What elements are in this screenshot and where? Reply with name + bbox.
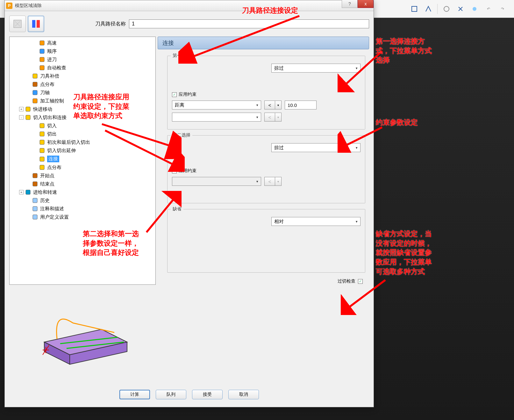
notes-icon: [32, 206, 38, 212]
calculate-button[interactable]: 计算: [119, 390, 150, 399]
pointdist2-icon: [39, 164, 45, 171]
tree-expander[interactable]: +: [19, 190, 24, 194]
tree-item-11[interactable]: 切出: [11, 130, 154, 138]
tree-expander[interactable]: -: [19, 115, 24, 120]
constraint-op-1-dropdown[interactable]: ▾: [275, 101, 282, 109]
preview-image: [9, 288, 156, 371]
toolbar-undo-icon[interactable]: ↶: [483, 4, 494, 14]
leadlink-icon: [25, 114, 31, 121]
constraint-value-1-input[interactable]: [285, 101, 317, 109]
toolbar-icon-3[interactable]: [441, 4, 452, 14]
tree-item-label: 切入切出和连接: [33, 115, 67, 121]
tree-expander: [26, 90, 31, 95]
tree-item-label: 连接: [47, 156, 59, 162]
tree-item-18[interactable]: +进给和转速: [11, 188, 154, 196]
machctrl-icon: [32, 98, 38, 104]
help-button[interactable]: ?: [342, 0, 358, 8]
tree-item-2[interactable]: 进刀: [11, 55, 154, 64]
svg-rect-5: [37, 20, 40, 28]
svg-rect-0: [412, 6, 417, 11]
footer-buttons: 计算 队列 接受 取消: [9, 387, 369, 404]
apply-constraint-2-label: 应用约束: [179, 168, 196, 174]
constraint-type-2-dropdown[interactable]: [172, 113, 261, 122]
tree-item-17[interactable]: 结束点: [11, 180, 154, 188]
toolbar-icon-5[interactable]: [469, 4, 480, 14]
tree-item-label: 切入: [47, 123, 57, 129]
cancel-button[interactable]: 取消: [228, 390, 259, 399]
tree-item-label: 快进移动: [33, 106, 52, 112]
annotation-left: 刀具路径连接应用 约束设定，下拉菜 单选取约束方式: [73, 92, 129, 121]
titlebar: P 模型区域清除 ? x: [5, 0, 374, 11]
tree-expander: [33, 66, 38, 70]
svg-rect-25: [33, 198, 37, 203]
first-choice-dropdown[interactable]: 掠过: [271, 64, 361, 73]
constraint-op-2-button: <: [264, 113, 275, 122]
tree-item-label: 切入切出延伸: [47, 148, 76, 154]
tree-item-5[interactable]: 点分布: [11, 80, 154, 88]
constraint-type-1-dropdown[interactable]: 距离: [172, 101, 261, 109]
tree-item-12[interactable]: 初次和最后切入切出: [11, 138, 154, 146]
tree-item-14[interactable]: 连接: [11, 155, 154, 163]
svg-rect-16: [40, 123, 44, 128]
gouge-check-checkbox[interactable]: ✓: [358, 279, 363, 284]
leadout-icon: [39, 131, 45, 137]
constraint-op-1-button[interactable]: <: [264, 101, 275, 109]
tree-item-0[interactable]: 高速: [11, 39, 154, 47]
tree-expander: [26, 173, 31, 178]
tree-item-21[interactable]: 用户定义设置: [11, 213, 154, 221]
tree-item-20[interactable]: 注释和描述: [11, 205, 154, 213]
tree-item-4[interactable]: 刀具补偿: [11, 72, 154, 80]
svg-rect-14: [26, 107, 30, 111]
window-title: 模型区域清除: [15, 3, 42, 9]
start-icon: [32, 172, 38, 179]
svg-rect-13: [33, 99, 37, 103]
strategy-icon-2[interactable]: [28, 16, 44, 32]
apply-constraint-1-checkbox[interactable]: ✓ 应用约束: [172, 92, 196, 97]
toolbar-icon-2[interactable]: [423, 4, 433, 14]
strategy-icon-1[interactable]: [9, 16, 26, 32]
link-icon: [39, 156, 45, 162]
leadin2-icon: [39, 122, 45, 129]
tree-item-16[interactable]: 开始点: [11, 172, 154, 180]
svg-rect-12: [33, 90, 37, 95]
gouge-check-label: 过切检查: [338, 278, 355, 284]
svg-rect-19: [40, 148, 44, 153]
tree-item-label: 结束点: [40, 181, 54, 187]
tree-item-10[interactable]: 切入: [11, 122, 154, 130]
toolpath-name-input[interactable]: [129, 19, 369, 28]
speed-icon: [39, 40, 45, 46]
toolbar-icon-1[interactable]: [409, 4, 419, 14]
tree-expander: [33, 132, 38, 136]
tree-item-label: 进刀: [47, 57, 57, 63]
tree-item-label: 刀轴: [40, 90, 50, 96]
tree-panel: 高速顺序进刀自动检查刀具补偿点分布刀轴加工轴控制+快进移动-切入切出和连接切入切…: [9, 37, 156, 387]
svg-rect-26: [33, 206, 37, 211]
constraint-op-2-dropdown: ▾: [275, 113, 282, 122]
second-choice-label: 第二选择: [171, 132, 192, 138]
svg-rect-20: [40, 157, 44, 161]
default-dropdown[interactable]: 相对: [271, 217, 361, 226]
tree-expander: [26, 74, 31, 78]
queue-button[interactable]: 队列: [156, 390, 186, 399]
svg-rect-17: [40, 132, 44, 136]
close-button[interactable]: x: [358, 0, 374, 8]
toolbar-redo-icon[interactable]: ↷: [497, 4, 508, 14]
tree-item-13[interactable]: 切入切出延伸: [11, 146, 154, 155]
tree-item-1[interactable]: 顺序: [11, 47, 154, 55]
tree-item-label: 加工轴控制: [40, 98, 64, 104]
history-icon: [32, 197, 38, 204]
tree-expander: [33, 57, 38, 62]
tree-item-3[interactable]: 自动检查: [11, 64, 154, 72]
apply-constraint-2-checkbox[interactable]: 应用约束: [172, 168, 196, 174]
tree-item-label: 高速: [47, 40, 57, 46]
tree-item-label: 自动检查: [47, 65, 66, 71]
tree-item-15[interactable]: 点分布: [11, 163, 154, 172]
tree-item-19[interactable]: 历史: [11, 196, 154, 205]
firstlast-icon: [39, 139, 45, 145]
accept-button[interactable]: 接受: [192, 390, 223, 399]
content-header: 连接: [158, 37, 369, 49]
feeds-icon: [25, 189, 31, 195]
tree-expander[interactable]: +: [19, 107, 24, 111]
second-choice-dropdown[interactable]: 掠过: [271, 143, 361, 152]
toolbar-icon-4[interactable]: [455, 4, 466, 14]
